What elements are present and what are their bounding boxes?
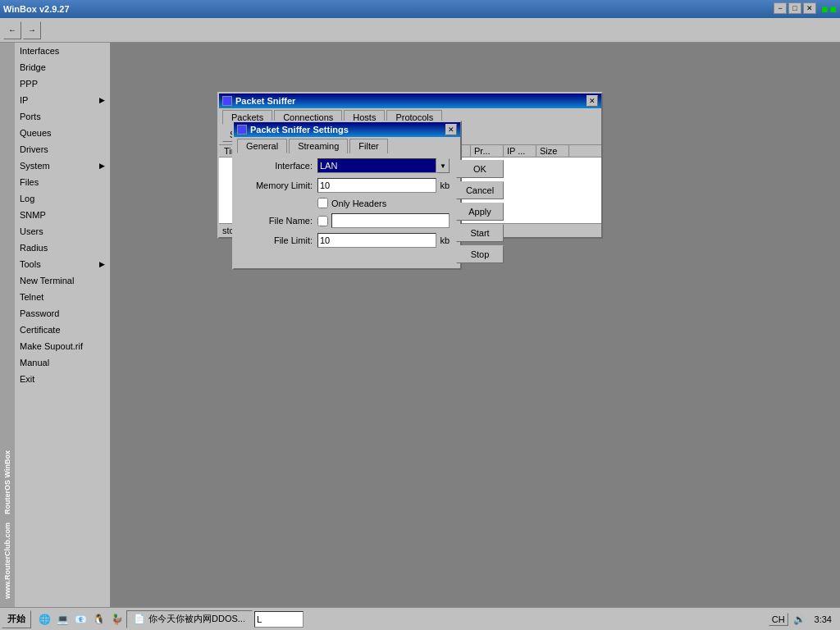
settings-tab-general[interactable]: General	[237, 139, 287, 153]
start-button[interactable]: Start	[456, 224, 504, 242]
sidebar-item-tools[interactable]: Tools▶	[15, 256, 110, 272]
sidebar-item-log[interactable]: Log	[15, 190, 110, 207]
sidebar-watermark: www.RouterClub.com RouterOS WinBox	[0, 43, 15, 607]
settings-close-button[interactable]: ✕	[445, 124, 457, 135]
sidebar-item-files[interactable]: Files	[15, 174, 110, 190]
sidebar-item-queues[interactable]: Queues	[15, 125, 110, 141]
close-button[interactable]: ✕	[803, 2, 816, 14]
interface-value[interactable]: LAN	[317, 158, 436, 173]
titlebar-title: WinBox v2.9.27	[3, 4, 70, 14]
main-toolbar: ← →	[0, 18, 840, 43]
start-label: 开始	[7, 613, 25, 625]
packet-sniffer-icon	[222, 96, 232, 106]
indicator-1: ■	[821, 2, 828, 16]
taskbar-quicklaunch-icon-2[interactable]: 📧	[72, 611, 89, 628]
file-limit-label: File Limit:	[239, 235, 313, 245]
file-name-input[interactable]	[331, 213, 450, 228]
minimize-button[interactable]: −	[774, 2, 787, 14]
titlebar-controls: − □ ✕ ■ ■	[774, 2, 837, 16]
sidebar-item-system[interactable]: System▶	[15, 158, 110, 174]
indicator-2: ■	[830, 2, 837, 16]
settings-tabs: GeneralStreamingFilter	[234, 137, 460, 153]
interface-row: Interface: LAN ▼	[239, 158, 450, 173]
sidebar-item-manual[interactable]: Manual	[15, 354, 110, 371]
col-header-ip-[interactable]: IP ...	[504, 145, 536, 157]
only-headers-label: Only Headers	[331, 199, 386, 208]
sidebar-item-new-terminal[interactable]: New Terminal	[15, 272, 110, 289]
taskbar-quicklaunch: 🌐💻📧🐧🦆	[36, 611, 125, 628]
sidebar-item-ip[interactable]: IP▶	[15, 92, 110, 108]
settings-title: Packet Sniffer Settings	[237, 125, 349, 135]
col-header-pr[interactable]: Pr...	[471, 145, 504, 157]
forward-button[interactable]: →	[23, 21, 41, 39]
settings-tab-filter[interactable]: Filter	[349, 139, 387, 153]
taskbar-volume-icon[interactable]: 🔊	[792, 611, 808, 628]
memory-limit-row: Memory Limit: kb	[239, 178, 450, 193]
taskbar-task[interactable]: 📄 你今天你被内网DDOS...	[126, 610, 253, 628]
sidebar-item-interfaces[interactable]: Interfaces	[15, 43, 110, 59]
taskbar-quicklaunch-icon-0[interactable]: 🌐	[36, 611, 52, 628]
interface-dropdown-arrow[interactable]: ▼	[436, 158, 450, 173]
taskbar-time: 3:34	[811, 614, 835, 624]
file-name-row: File Name:	[239, 213, 450, 228]
only-headers-checkbox[interactable]	[317, 198, 328, 208]
sidebar-item-users[interactable]: Users	[15, 223, 110, 240]
maximize-button[interactable]: □	[788, 2, 801, 14]
sidebar: www.RouterClub.com RouterOS WinBox Inter…	[0, 43, 111, 607]
sidebar-item-password[interactable]: Password	[15, 305, 110, 322]
taskbar-quicklaunch-icon-1[interactable]: 💻	[54, 611, 71, 628]
interface-label: Interface:	[239, 161, 313, 171]
taskbar-quicklaunch-icon-3[interactable]: 🐧	[90, 611, 107, 628]
settings-tab-streaming[interactable]: Streaming	[289, 139, 348, 153]
taskbar-input[interactable]	[254, 611, 304, 628]
file-name-checkbox[interactable]	[317, 216, 328, 226]
packet-sniffer-title: Packet Sniffer	[222, 96, 295, 106]
sidebar-item-certificate[interactable]: Certificate	[15, 322, 110, 338]
file-name-label: File Name:	[239, 216, 313, 226]
sidebar-item-make-supout.rif[interactable]: Make Supout.rif	[15, 338, 110, 354]
indicators: ■ ■	[821, 2, 837, 16]
cancel-button[interactable]: Cancel	[456, 181, 504, 199]
settings-buttons: OK Cancel Apply Start Stop	[456, 158, 504, 263]
memory-limit-label: Memory Limit:	[239, 180, 313, 190]
apply-button[interactable]: Apply	[456, 203, 504, 221]
settings-body: Interface: LAN ▼ Memory Limit: kb	[234, 153, 460, 268]
sidebar-item-ppp[interactable]: PPP	[15, 75, 110, 92]
packet-sniffer-titlebar[interactable]: Packet Sniffer ✕	[219, 94, 601, 108]
stop-button[interactable]: Stop	[456, 245, 504, 263]
task-icon: 📄	[134, 614, 145, 624]
back-button[interactable]: ←	[3, 21, 21, 39]
sidebar-item-ports[interactable]: Ports	[15, 108, 110, 125]
sidebar-item-snmp[interactable]: SNMP	[15, 207, 110, 223]
ok-button[interactable]: OK	[456, 160, 504, 178]
content-area: Packet Sniffer ✕ PacketsConnectionsHosts…	[111, 43, 840, 607]
col-header-size[interactable]: Size	[536, 145, 569, 157]
task-label: 你今天你被内网DDOS...	[148, 613, 245, 625]
start-button[interactable]: 开始	[2, 610, 31, 628]
interface-dropdown-container: LAN ▼	[317, 158, 450, 173]
taskbar-lang[interactable]: CH	[769, 613, 788, 626]
watermark-text: www.RouterClub.com RouterOS WinBox	[3, 450, 11, 599]
settings-icon	[237, 125, 247, 135]
settings-form: Interface: LAN ▼ Memory Limit: kb	[239, 158, 450, 263]
file-limit-row: File Limit: kb	[239, 233, 450, 248]
packet-sniffer-close[interactable]: ✕	[587, 95, 598, 107]
sidebar-items: InterfacesBridgePPPIP▶PortsQueuesDrivers…	[15, 43, 110, 387]
settings-titlebar[interactable]: Packet Sniffer Settings ✕	[234, 122, 460, 137]
taskbar-quicklaunch-icon-4[interactable]: 🦆	[108, 611, 125, 628]
file-unit: kb	[440, 235, 450, 245]
sidebar-item-radius[interactable]: Radius	[15, 240, 110, 256]
file-limit-input[interactable]	[317, 233, 436, 248]
sidebar-item-drivers[interactable]: Drivers	[15, 141, 110, 158]
memory-limit-input[interactable]	[317, 178, 436, 193]
taskbar-right: CH 🔊 3:34	[769, 611, 838, 628]
main-titlebar: WinBox v2.9.27 − □ ✕ ■ ■	[0, 0, 840, 18]
taskbar: 开始 🌐💻📧🐧🦆 📄 你今天你被内网DDOS... CH 🔊 3:34	[0, 607, 840, 630]
memory-unit: kb	[440, 180, 450, 190]
sidebar-item-exit[interactable]: Exit	[15, 371, 110, 387]
sidebar-item-telnet[interactable]: Telnet	[15, 289, 110, 305]
settings-dialog: Packet Sniffer Settings ✕ GeneralStreami…	[232, 121, 462, 270]
only-headers-row: Only Headers	[317, 198, 450, 208]
main-layout: www.RouterClub.com RouterOS WinBox Inter…	[0, 43, 840, 607]
sidebar-item-bridge[interactable]: Bridge	[15, 59, 110, 75]
